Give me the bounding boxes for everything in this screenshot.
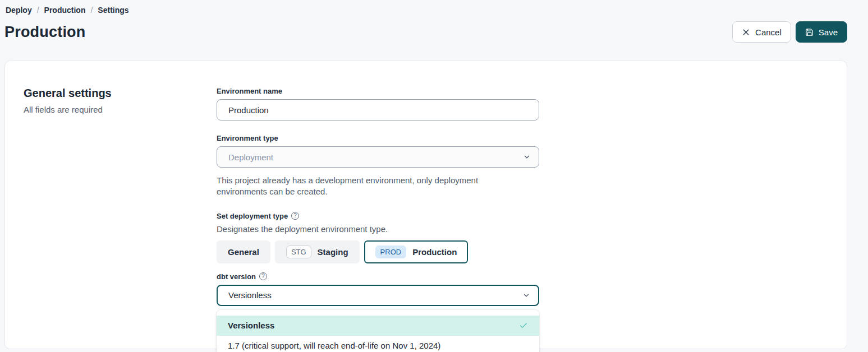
breadcrumb-deploy[interactable]: Deploy	[6, 6, 32, 15]
dbt-version-dropdown-menu: Versionless 1.7 (critical support, will …	[217, 310, 539, 352]
chevron-down-icon	[523, 153, 531, 161]
dbt-version-label-text: dbt version	[217, 272, 256, 281]
chevron-down-icon	[522, 291, 530, 299]
page-header: Production Cancel Save	[6, 20, 847, 44]
dbt-version-label: dbt version ?	[217, 272, 539, 281]
top-bar: Deploy / Production / Settings Productio…	[0, 0, 868, 44]
dropdown-option-1-7[interactable]: 1.7 (critical support, will reach end-of…	[217, 336, 539, 352]
page-title: Production	[4, 24, 86, 41]
dropdown-option-versionless[interactable]: Versionless	[217, 316, 539, 336]
deployment-type-production-label: Production	[412, 247, 457, 257]
help-icon[interactable]: ?	[259, 272, 267, 280]
breadcrumb-production[interactable]: Production	[44, 6, 86, 15]
cancel-button[interactable]: Cancel	[732, 21, 791, 43]
staging-badge: STG	[286, 246, 311, 258]
breadcrumb-settings[interactable]: Settings	[98, 6, 128, 15]
section-heading: General settings	[24, 87, 217, 100]
dbt-version-value: Versionless	[228, 290, 272, 300]
deployment-type-label: Set deployment type ?	[217, 212, 539, 220]
environment-type-label: Environment type	[217, 134, 539, 142]
breadcrumb-separator: /	[90, 6, 93, 15]
section-subheading: All fields are required	[24, 105, 217, 114]
help-icon[interactable]: ?	[291, 212, 299, 220]
section-intro: General settings All fields are required	[24, 87, 217, 349]
dropdown-option-label: Versionless	[228, 321, 274, 330]
deployment-type-options: General STG Staging PROD Production	[217, 240, 539, 263]
dbt-version-select[interactable]: Versionless	[217, 285, 539, 306]
environment-type-select[interactable]: Deployment	[217, 146, 539, 168]
prod-badge: PROD	[375, 246, 407, 258]
save-icon	[805, 28, 814, 36]
deployment-type-description: Designates the deployment environment ty…	[217, 224, 539, 234]
deployment-type-general-label: General	[228, 247, 259, 257]
environment-name-label: Environment name	[217, 87, 539, 95]
close-icon	[742, 28, 750, 36]
deployment-type-staging-button[interactable]: STG Staging	[275, 240, 360, 263]
environment-type-help-text: This project already has a development e…	[217, 175, 522, 198]
breadcrumb-separator: /	[37, 6, 39, 15]
deployment-type-label-text: Set deployment type	[217, 212, 288, 220]
cancel-button-label: Cancel	[755, 27, 782, 37]
general-settings-card: General settings All fields are required…	[4, 61, 847, 349]
deployment-type-staging-label: Staging	[318, 247, 348, 257]
environment-type-value: Deployment	[228, 152, 273, 162]
save-button[interactable]: Save	[796, 21, 847, 43]
deployment-type-production-button[interactable]: PROD Production	[364, 240, 469, 263]
dropdown-option-label: 1.7 (critical support, will reach end-of…	[228, 341, 440, 350]
check-icon	[519, 321, 528, 330]
breadcrumb: Deploy / Production / Settings	[6, 6, 847, 15]
deployment-type-general-button[interactable]: General	[217, 240, 270, 263]
environment-name-input[interactable]	[217, 99, 539, 121]
header-actions: Cancel Save	[732, 21, 847, 43]
save-button-label: Save	[819, 27, 838, 37]
settings-form: Environment name Environment type Deploy…	[217, 87, 539, 349]
